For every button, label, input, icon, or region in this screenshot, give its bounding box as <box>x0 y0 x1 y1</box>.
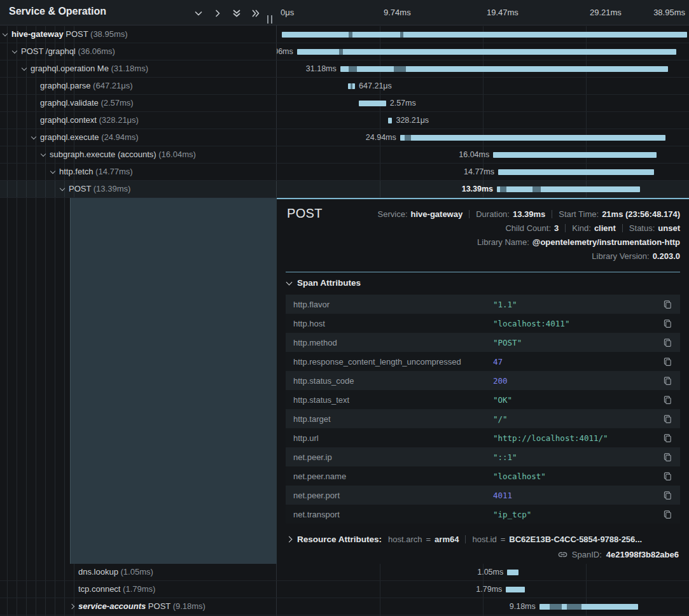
span-bar[interactable] <box>498 169 654 175</box>
attribute-row: http.url"http://localhost:4011/" <box>286 428 680 447</box>
attribute-value: "ip_tcp" <box>493 510 657 519</box>
attribute-row: net.transport"ip_tcp" <box>286 505 680 524</box>
span-attributes-title: Span Attributes <box>297 278 361 288</box>
trace-row[interactable]: http.fetch (14.77ms)14.77ms <box>0 164 689 181</box>
copy-icon[interactable] <box>657 357 680 367</box>
span-bar[interactable] <box>340 66 668 72</box>
span-bar-mark <box>400 32 403 38</box>
span-bar[interactable] <box>282 32 687 38</box>
span-meta-line: Child Count:3Kind:clientStatus:unset <box>505 223 680 233</box>
trace-row[interactable]: POST (13.39ms)13.39ms <box>0 181 689 198</box>
header-bar: Service & Operation 0μs9.74ms19.47ms29.2… <box>0 0 689 25</box>
span-meta-line: Service:hive-gatewayDuration:13.39msStar… <box>378 209 680 219</box>
span-bar-mark <box>567 604 581 610</box>
bar-duration-label: 31.18ms <box>306 64 337 73</box>
span-bar-mark <box>550 604 562 610</box>
bar-duration-label: 1.05ms <box>477 568 503 577</box>
separator <box>469 210 470 218</box>
trace-row[interactable]: POST /graphql (36.06ms)36.06ms <box>0 43 689 60</box>
copy-icon[interactable] <box>657 338 680 347</box>
operation-name: graphql.execute <box>40 132 99 142</box>
meta-key: Library Name: <box>477 237 529 247</box>
meta-key: Start Time: <box>559 209 599 219</box>
resource-attributes-header[interactable]: Resource Attributes: host.arch=arm64host… <box>287 531 642 547</box>
copy-icon[interactable] <box>657 472 680 481</box>
attribute-key: http.response_content_length_uncompresse… <box>286 357 493 367</box>
resource-key: host.arch <box>388 535 422 544</box>
operation-name: graphql.validate <box>40 98 99 108</box>
chevron-right-icon[interactable] <box>212 8 223 18</box>
double-chevron-down-icon[interactable] <box>231 8 242 18</box>
span-bar[interactable] <box>506 587 525 592</box>
span-bar[interactable] <box>497 186 640 192</box>
trace-row[interactable]: graphql.execute (24.94ms)24.94ms <box>0 129 689 146</box>
span-detail-panel: POST Service:hive-gatewayDuration:13.39m… <box>277 198 689 564</box>
equals-sign: = <box>501 535 506 544</box>
span-attributes-header[interactable]: Span Attributes <box>287 278 361 288</box>
attribute-row: http.host"localhost:4011" <box>286 314 680 333</box>
trace-row[interactable]: graphql.context (328.21μs)328.21μs <box>0 112 689 129</box>
separator <box>565 224 566 232</box>
resource-attributes-title: Resource Attributes: <box>297 535 382 544</box>
meta-key: Status: <box>629 223 655 233</box>
trace-row[interactable]: dns.lookup (1.05ms)1.05ms <box>0 564 689 581</box>
bar-duration-label: 328.21μs <box>396 116 429 125</box>
attribute-row: http.response_content_length_uncompresse… <box>286 352 680 371</box>
span-duration: (14.77ms) <box>93 167 132 176</box>
span-bar-mark <box>532 186 541 192</box>
operation-name: graphql.parse <box>40 81 91 90</box>
span-duration: (38.95ms) <box>88 29 127 39</box>
copy-icon[interactable] <box>657 300 680 309</box>
span-bar[interactable] <box>493 152 657 158</box>
span-duration: (31.18ms) <box>109 64 148 73</box>
splitter-grip-icon[interactable] <box>267 15 272 24</box>
span-title: POST <box>287 206 323 221</box>
trace-row[interactable]: hive-gateway POST (38.95ms) <box>0 26 689 43</box>
chevron-down-icon[interactable] <box>193 8 204 18</box>
copy-icon[interactable] <box>657 376 680 386</box>
span-bar[interactable] <box>297 49 676 55</box>
service-name: hive-gateway <box>11 29 64 39</box>
timeline-header: 0μs9.74ms19.47ms29.21ms38.95ms <box>277 0 689 25</box>
attribute-key: http.host <box>286 319 493 328</box>
attribute-key: net.transport <box>286 510 493 519</box>
double-chevron-right-icon[interactable] <box>250 8 261 18</box>
attribute-key: net.peer.name <box>286 472 493 481</box>
span-bar[interactable] <box>388 118 392 123</box>
trace-row[interactable]: graphql.validate (2.57ms)2.57ms <box>0 95 689 112</box>
meta-key: Service: <box>378 209 408 219</box>
span-attributes-table: http.flavor"1.1"http.host"localhost:4011… <box>286 295 680 524</box>
span-duration: (328.21μs) <box>97 115 139 125</box>
attribute-value: 200 <box>493 376 657 386</box>
span-bar[interactable] <box>507 570 518 575</box>
attribute-value: "::1" <box>493 452 657 462</box>
trace-row[interactable]: graphql.operation Me (31.18ms)31.18ms <box>0 60 689 78</box>
copy-icon[interactable] <box>657 433 680 443</box>
attribute-key: http.flavor <box>286 300 493 309</box>
bar-duration-label: 36.06ms <box>277 47 293 56</box>
span-bar-mark <box>500 186 506 192</box>
service-name: service-accounts <box>78 601 146 611</box>
meta-value: unset <box>658 223 680 233</box>
meta-value: client <box>594 223 616 233</box>
bar-duration-label: 647.21μs <box>359 81 392 90</box>
bar-duration-label: 14.77ms <box>464 167 494 176</box>
copy-icon[interactable] <box>657 510 680 519</box>
copy-icon[interactable] <box>657 414 680 424</box>
trace-row[interactable]: subgraph.execute (accounts) (16.04ms)16.… <box>0 146 689 164</box>
copy-icon[interactable] <box>657 319 680 328</box>
copy-icon[interactable] <box>657 452 680 462</box>
span-bar[interactable] <box>359 101 386 106</box>
span-bar[interactable] <box>400 135 665 141</box>
timeline-tick: 9.74ms <box>384 8 411 17</box>
attribute-key: net.peer.ip <box>286 452 493 462</box>
trace-row[interactable]: service-accounts POST (9.18ms)9.18ms <box>0 598 689 615</box>
copy-icon[interactable] <box>657 491 680 500</box>
span-duration: (24.94ms) <box>99 132 139 142</box>
attribute-row: http.target"/" <box>286 409 680 428</box>
panel-title: Service & Operation <box>9 6 106 17</box>
operation-name: graphql.context <box>40 115 97 125</box>
trace-row[interactable]: tcp.connect (1.79ms)1.79ms <box>0 581 689 598</box>
trace-row[interactable]: graphql.parse (647.21μs)647.21μs <box>0 78 689 95</box>
copy-icon[interactable] <box>657 395 680 405</box>
